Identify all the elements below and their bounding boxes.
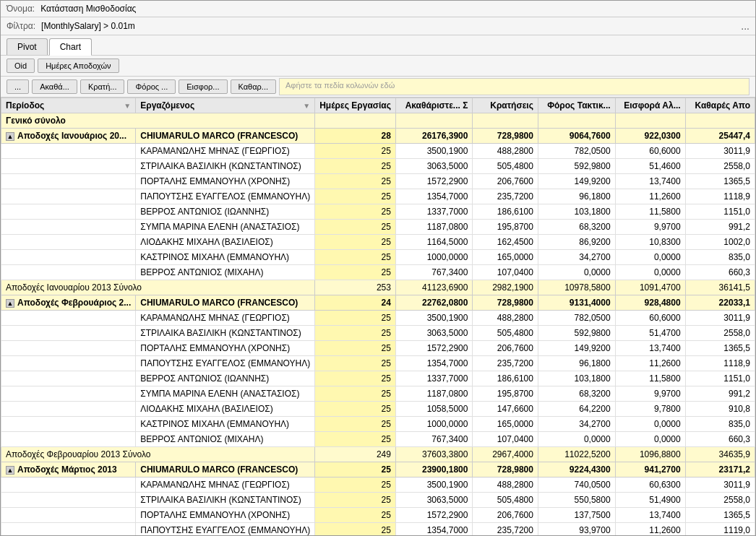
days-cell: 25 <box>315 265 396 280</box>
table-row[interactable]: ΠΟΡΤΑΛΗΣ ΕΜΜΑΝΟΥΗΛ (ΧΡΟΝΗΣ) 25 1572,2900… <box>1 508 755 523</box>
days-cell: 25 <box>315 523 396 536</box>
group-header-row: ▲Αποδοχές Φεβρουάριος 2... CHIUMARULO MA… <box>1 295 755 311</box>
employee-cell: ΣΥΜΠΑ ΜΑΡΙΝΑ ΕΛΕΝΗ (ΑΝΑΣΤΑΣΙΟΣ) <box>136 386 315 402</box>
table-body: ▲Αποδοχές Ιανουάριος 20... CHIUMARULO MA… <box>1 129 755 536</box>
days-cell: 249 <box>315 447 396 462</box>
table-row[interactable]: ΒΕΡΡΟΣ ΑΝΤΩΝΙΟΣ (ΙΩΑΝΝΗΣ) 25 1337,7000 1… <box>1 204 755 220</box>
col-btn-deductions[interactable]: Κρατή... <box>80 79 125 94</box>
table-row[interactable]: ΚΑΡΑΜΑΝΩΛΗΣ ΜΗΝΑΣ (ΓΕΩΡΓΙΟΣ) 25 3500,190… <box>1 144 755 159</box>
col-employee-sort-icon: ▼ <box>303 102 310 110</box>
gross-cell: 1572,2900 <box>395 174 472 189</box>
table-row[interactable]: ΚΑΣΤΡΙΝΟΣ ΜΙΧΑΗΛ (ΕΜΜΑΝΟΥΗΛ) 25 1000,000… <box>1 417 755 432</box>
gross-cell: 1058,5000 <box>395 402 472 417</box>
contribution-cell: 13,7400 <box>615 508 685 523</box>
tax-cell: 550,5800 <box>538 493 615 508</box>
collapse-icon[interactable]: ▲ <box>6 466 14 475</box>
col-btn-tax[interactable]: Φόρος ... <box>127 79 176 94</box>
table-row[interactable]: ΒΕΡΡΟΣ ΑΝΤΩΝΙΟΣ (ΜΙΧΑΗΛ) 25 767,3400 107… <box>1 432 755 447</box>
col-btn-net[interactable]: Καθαρ... <box>231 79 276 94</box>
table-row[interactable]: ΣΤΡΙΛΑΙΚΑ ΒΑΣΙΛΙΚΗ (ΚΩΝΣΤΑΝΤΙΝΟΣ) 25 306… <box>1 326 755 341</box>
employee-cell: CHIUMARULO MARCO (FRANCESCO) <box>136 129 315 144</box>
employee-cell: ΠΟΡΤΑΛΗΣ ΕΜΜΑΝΟΥΗΛ (ΧΡΟΝΗΣ) <box>136 174 315 189</box>
days-cell: 25 <box>315 235 396 250</box>
col-header-tax[interactable]: Φόρος Τακτικ... <box>538 98 615 113</box>
contribution-cell: 9,9700 <box>615 386 685 402</box>
collapse-icon[interactable]: ▲ <box>6 299 14 308</box>
col-header-gross[interactable]: Ακαθάριστε... Σ <box>395 98 472 113</box>
contribution-cell: 60,6000 <box>615 311 685 326</box>
days-cell: 25 <box>315 144 396 159</box>
table-row[interactable]: ΚΑΡΑΜΑΝΩΛΗΣ ΜΗΝΑΣ (ΓΕΩΡΓΙΟΣ) 25 3500,190… <box>1 477 755 493</box>
days-cell: 25 <box>315 189 396 204</box>
gross-cell: 3500,1900 <box>395 477 472 493</box>
table-row[interactable]: ΠΟΡΤΑΛΗΣ ΕΜΜΑΝΟΥΗΛ (ΧΡΟΝΗΣ) 25 1572,2900… <box>1 341 755 356</box>
employee-cell: ΚΑΡΑΜΑΝΩΛΗΣ ΜΗΝΑΣ (ΓΕΩΡΓΙΟΣ) <box>136 144 315 159</box>
col-btn-contribution[interactable]: Εισφορ... <box>179 79 227 94</box>
contribution-cell: 922,0300 <box>615 129 685 144</box>
table-row[interactable]: ΣΥΜΠΑ ΜΑΡΙΝΑ ΕΛΕΝΗ (ΑΝΑΣΤΑΣΙΟΣ) 25 1187,… <box>1 220 755 235</box>
period-cell <box>1 204 136 220</box>
period-cell: ▲Αποδοχές Ιανουάριος 20... <box>1 129 136 144</box>
field-btn-oid[interactable]: Oid <box>7 59 35 73</box>
table-row[interactable]: ΚΑΡΑΜΑΝΩΛΗΣ ΜΗΝΑΣ (ΓΕΩΡΓΙΟΣ) 25 3500,190… <box>1 311 755 326</box>
col-header-net[interactable]: Καθαρές Απο <box>685 98 755 113</box>
employee-cell: CHIUMARULO MARCO (FRANCESCO) <box>136 295 315 311</box>
employee-cell: ΚΑΡΑΜΑΝΩΛΗΣ ΜΗΝΑΣ (ΓΕΩΡΓΙΟΣ) <box>136 311 315 326</box>
period-cell <box>1 250 136 265</box>
table-scroll[interactable]: Περίοδος ▼ Εργαζόμενος ▼ <box>1 98 755 535</box>
table-row[interactable]: ΠΑΠΟΥΤΣΗΣ ΕΥΑΓΓΕΛΟΣ (ΕΜΜΑΝΟΥΗΛ) 25 1354,… <box>1 356 755 371</box>
net-cell: 3011,9 <box>685 144 755 159</box>
net-cell: 22033,1 <box>685 295 755 311</box>
deductions-cell: 235,7200 <box>473 523 538 536</box>
table-row[interactable]: ΚΑΣΤΡΙΝΟΣ ΜΙΧΑΗΛ (ΕΜΜΑΝΟΥΗΛ) 25 1000,000… <box>1 250 755 265</box>
table-row[interactable]: ΠΑΠΟΥΤΣΗΣ ΕΥΑΓΓΕΛΟΣ (ΕΜΜΑΝΟΥΗΛ) 25 1354,… <box>1 189 755 204</box>
gross-cell: 1572,2900 <box>395 508 472 523</box>
filter-more-button[interactable]: ... <box>741 20 749 32</box>
deductions-cell: 2982,1900 <box>473 280 538 295</box>
deductions-cell: 728,9800 <box>473 129 538 144</box>
table-row[interactable]: ΣΥΜΠΑ ΜΑΡΙΝΑ ΕΛΕΝΗ (ΑΝΑΣΤΑΣΙΟΣ) 25 1187,… <box>1 386 755 402</box>
net-cell: 2558,0 <box>685 159 755 174</box>
gross-cell: 1000,0000 <box>395 417 472 432</box>
days-cell: 25 <box>315 326 396 341</box>
col-header-days[interactable]: Ημέρες Εργασίας <box>315 98 396 113</box>
col-period-sort-icon: ▼ <box>124 102 131 110</box>
deductions-cell: 206,7600 <box>473 341 538 356</box>
field-btn-days[interactable]: Ημέρες Αποδοχών <box>38 59 119 73</box>
col-header-contribution[interactable]: Εισφορά Αλ... <box>615 98 685 113</box>
period-cell <box>1 508 136 523</box>
collapse-icon[interactable]: ▲ <box>6 132 14 141</box>
tab-chart[interactable]: Chart <box>49 38 92 56</box>
table-row[interactable]: ΒΕΡΡΟΣ ΑΝΤΩΝΙΟΣ (ΜΙΧΑΗΛ) 25 767,3400 107… <box>1 265 755 280</box>
contribution-cell: 1096,8800 <box>615 447 685 462</box>
gross-cell: 1572,2900 <box>395 341 472 356</box>
table-row[interactable]: ΣΤΡΙΛΑΙΚΑ ΒΑΣΙΛΙΚΗ (ΚΩΝΣΤΑΝΤΙΝΟΣ) 25 306… <box>1 159 755 174</box>
table-row[interactable]: ΠΑΠΟΥΤΣΗΣ ΕΥΑΓΓΕΛΟΣ (ΕΜΜΑΝΟΥΗΛ) 25 1354,… <box>1 523 755 536</box>
table-row[interactable]: ΠΟΡΤΑΛΗΣ ΕΜΜΑΝΟΥΗΛ (ΧΡΟΝΗΣ) 25 1572,2900… <box>1 174 755 189</box>
col-header-period[interactable]: Περίοδος ▼ <box>1 98 136 113</box>
contribution-cell: 0,0000 <box>615 417 685 432</box>
deductions-cell: 195,8700 <box>473 386 538 402</box>
col-btn-gross[interactable]: Ακαθά... <box>32 79 77 94</box>
table-row[interactable]: ΒΕΡΡΟΣ ΑΝΤΩΝΙΟΣ (ΙΩΑΝΝΗΣ) 25 1337,7000 1… <box>1 371 755 386</box>
table-row[interactable]: ΣΤΡΙΛΑΙΚΑ ΒΑΣΙΛΙΚΗ (ΚΩΝΣΤΑΝΤΙΝΟΣ) 25 306… <box>1 493 755 508</box>
net-cell: 25447,4 <box>685 129 755 144</box>
tax-cell: 103,1800 <box>538 371 615 386</box>
deductions-cell: 505,4800 <box>473 493 538 508</box>
net-cell: 1002,0 <box>685 235 755 250</box>
net-cell: 1118,9 <box>685 356 755 371</box>
col-header-deductions[interactable]: Κρατήσεις <box>473 98 538 113</box>
gross-cell: 1187,0800 <box>395 220 472 235</box>
table-row[interactable]: ΛΙΟΔΑΚΗΣ ΜΙΧΑΗΛ (ΒΑΣΙΛΕΙΟΣ) 25 1164,5000… <box>1 235 755 250</box>
net-cell: 3011,9 <box>685 311 755 326</box>
col-header-employee[interactable]: Εργαζόμενος ▼ <box>136 98 315 113</box>
deductions-cell: 186,6100 <box>473 371 538 386</box>
contribution-cell: 13,7400 <box>615 341 685 356</box>
period-cell <box>1 523 136 536</box>
col-btn-dots[interactable]: ... <box>7 79 29 94</box>
net-cell: 23171,2 <box>685 462 755 477</box>
days-cell: 25 <box>315 341 396 356</box>
tab-pivot[interactable]: Pivot <box>7 38 48 55</box>
deductions-cell: 488,2800 <box>473 144 538 159</box>
table-row[interactable]: ΛΙΟΔΑΚΗΣ ΜΙΧΑΗΛ (ΒΑΣΙΛΕΙΟΣ) 25 1058,5000… <box>1 402 755 417</box>
